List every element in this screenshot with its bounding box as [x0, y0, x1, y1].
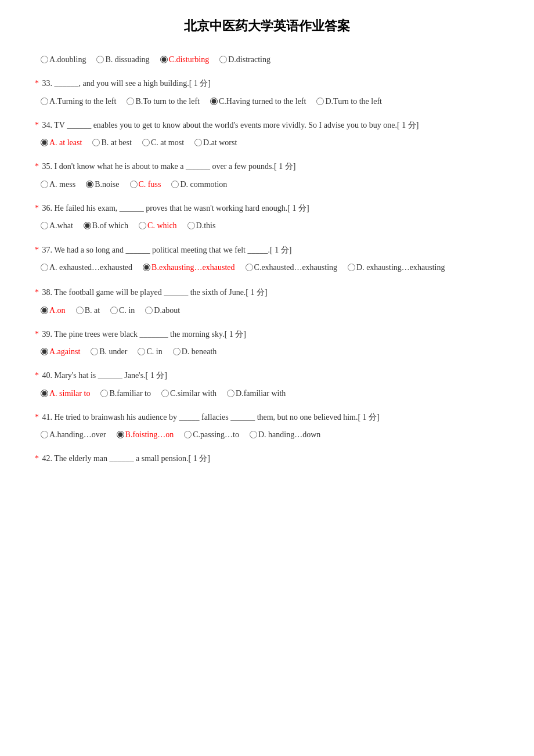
option-item-q33-2[interactable]: C.Having turned to the left	[210, 94, 306, 109]
option-label-q33-0: A.Turning to the left	[49, 94, 116, 109]
option-item-q34-2[interactable]: C. at most	[142, 135, 184, 150]
radio-q36-1[interactable]	[84, 222, 91, 229]
radio-q41-0[interactable]	[41, 431, 48, 438]
radio-q39-1[interactable]	[91, 348, 98, 355]
option-label-q38-3: D.about	[154, 303, 180, 318]
option-item-q37-3[interactable]: D. exhausting…exhausting	[348, 260, 445, 275]
radio-q37-3[interactable]	[348, 264, 355, 271]
radio-q35-2[interactable]	[130, 181, 138, 188]
radio-q37-2[interactable]	[246, 264, 253, 271]
required-star: *	[35, 371, 41, 380]
radio-q32-2[interactable]	[160, 56, 168, 63]
option-label-q32-2: C.disturbing	[169, 52, 210, 67]
radio-q32-3[interactable]	[219, 56, 227, 63]
option-label-q39-0: A.against	[49, 344, 80, 359]
radio-q39-3[interactable]	[173, 348, 181, 355]
option-item-q38-0[interactable]: A.on	[41, 303, 66, 318]
option-item-q41-1[interactable]: B.foisting…on	[117, 427, 174, 442]
radio-q34-0[interactable]	[41, 139, 48, 146]
option-item-q34-3[interactable]: D.at worst	[194, 135, 237, 150]
radio-q35-1[interactable]	[86, 181, 93, 188]
required-star: *	[35, 454, 41, 463]
option-item-q35-3[interactable]: D. commotion	[171, 177, 227, 192]
option-item-q35-0[interactable]: A. mess	[41, 177, 75, 192]
radio-q40-1[interactable]	[100, 390, 108, 397]
option-item-q39-1[interactable]: B. under	[91, 344, 127, 359]
option-item-q36-2[interactable]: C. which	[139, 218, 177, 233]
option-item-q33-1[interactable]: B.To turn to the left	[127, 94, 200, 109]
radio-q33-1[interactable]	[127, 98, 134, 105]
radio-q41-2[interactable]	[184, 431, 192, 438]
option-item-q36-3[interactable]: D.this	[187, 218, 216, 233]
radio-q33-2[interactable]	[210, 98, 218, 105]
option-label-q36-3: D.this	[196, 218, 216, 233]
option-item-q41-0[interactable]: A.handing…over	[41, 427, 106, 442]
radio-q36-0[interactable]	[41, 222, 48, 229]
option-item-q40-3[interactable]: D.familiar with	[227, 386, 286, 401]
radio-q34-1[interactable]	[92, 139, 100, 146]
option-item-q41-3[interactable]: D. handing…down	[250, 427, 320, 442]
option-item-q35-1[interactable]: B.noise	[86, 177, 119, 192]
radio-q34-3[interactable]	[194, 139, 202, 146]
radio-q32-1[interactable]	[96, 56, 104, 63]
option-label-q35-0: A. mess	[49, 177, 75, 192]
question-text-q34: * 34. TV ______ enables you to get to kn…	[35, 119, 499, 132]
option-item-q34-0[interactable]: A. at least	[41, 135, 82, 150]
option-item-q38-2[interactable]: C. in	[110, 303, 135, 318]
option-item-q32-1[interactable]: B. dissuading	[96, 52, 149, 67]
option-item-q36-1[interactable]: B.of which	[84, 218, 128, 233]
option-item-q40-1[interactable]: B.familiar to	[100, 386, 151, 401]
option-item-q41-2[interactable]: C.passing…to	[184, 427, 239, 442]
question-text-q39: * 39. The pine trees were black _______ …	[35, 328, 499, 341]
option-item-q32-0[interactable]: A.doubling	[41, 52, 86, 67]
option-label-q32-0: A.doubling	[49, 52, 86, 67]
radio-q38-2[interactable]	[110, 307, 118, 314]
option-item-q37-1[interactable]: B.exhausting…exhausted	[143, 260, 234, 275]
radio-q41-1[interactable]	[117, 431, 124, 438]
option-item-q33-3[interactable]: D.Turn to the left	[316, 94, 381, 109]
radio-q40-2[interactable]	[161, 390, 169, 397]
option-item-q37-2[interactable]: C.exhausted…exhausting	[246, 260, 337, 275]
option-item-q32-3[interactable]: D.distracting	[219, 52, 270, 67]
option-label-q38-2: C. in	[119, 303, 135, 318]
radio-q34-2[interactable]	[142, 139, 150, 146]
radio-q37-0[interactable]	[41, 264, 48, 271]
radio-q40-0[interactable]	[41, 390, 48, 397]
radio-q38-1[interactable]	[76, 307, 84, 314]
question-block-q34: * 34. TV ______ enables you to get to kn…	[35, 119, 499, 150]
required-star: *	[35, 288, 41, 297]
option-item-q38-1[interactable]: B. at	[76, 303, 100, 318]
radio-q32-0[interactable]	[41, 56, 48, 63]
radio-q40-3[interactable]	[227, 390, 234, 397]
option-item-q38-3[interactable]: D.about	[145, 303, 180, 318]
radio-q38-3[interactable]	[145, 307, 153, 314]
radio-q41-3[interactable]	[250, 431, 257, 438]
option-item-q34-1[interactable]: B. at best	[92, 135, 132, 150]
option-item-q32-2[interactable]: C.disturbing	[160, 52, 210, 67]
option-item-q39-2[interactable]: C. in	[138, 344, 162, 359]
radio-q36-3[interactable]	[187, 222, 195, 229]
options-row-q33: A.Turning to the leftB.To turn to the le…	[35, 94, 499, 109]
radio-q33-3[interactable]	[316, 98, 324, 105]
radio-q35-3[interactable]	[171, 181, 179, 188]
option-label-q41-2: C.passing…to	[193, 427, 239, 442]
option-label-q39-3: D. beneath	[182, 344, 217, 359]
option-item-q35-2[interactable]: C. fuss	[130, 177, 161, 192]
option-label-q33-3: D.Turn to the left	[325, 94, 381, 109]
radio-q38-0[interactable]	[41, 307, 48, 314]
option-item-q39-0[interactable]: A.against	[41, 344, 80, 359]
option-item-q33-0[interactable]: A.Turning to the left	[41, 94, 116, 109]
radio-q39-2[interactable]	[138, 348, 145, 355]
option-item-q40-0[interactable]: A. similar to	[41, 386, 90, 401]
radio-q39-0[interactable]	[41, 348, 48, 355]
option-item-q39-3[interactable]: D. beneath	[173, 344, 217, 359]
radio-q37-1[interactable]	[143, 264, 150, 271]
option-item-q36-0[interactable]: A.what	[41, 218, 73, 233]
page-title: 北京中医药大学英语作业答案	[35, 17, 499, 35]
option-item-q40-2[interactable]: C.similar with	[161, 386, 217, 401]
radio-q35-0[interactable]	[41, 181, 48, 188]
option-label-q39-2: C. in	[146, 344, 162, 359]
option-item-q37-0[interactable]: A. exhausted…exhausted	[41, 260, 132, 275]
radio-q36-2[interactable]	[139, 222, 146, 229]
radio-q33-0[interactable]	[41, 98, 48, 105]
